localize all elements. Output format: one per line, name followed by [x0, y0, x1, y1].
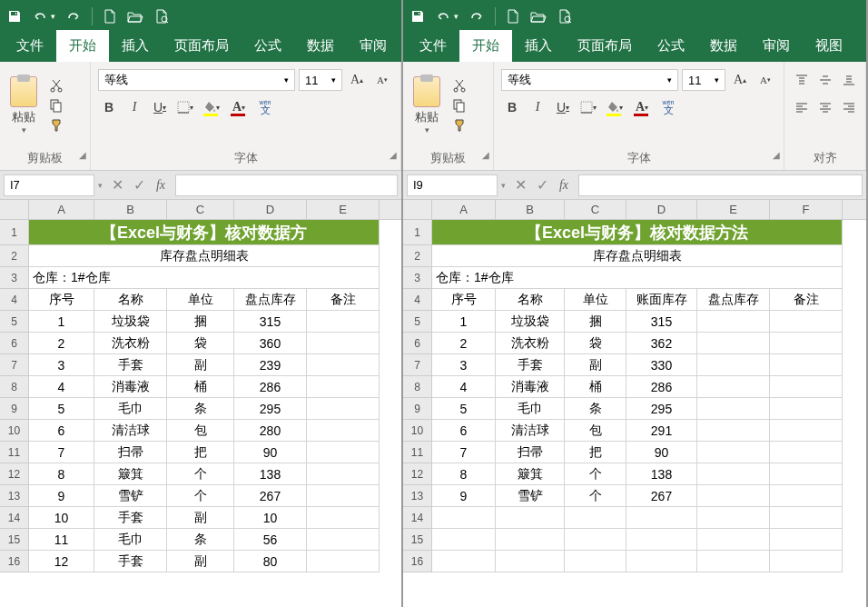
row-header[interactable]: 11: [0, 442, 29, 463]
cell[interactable]: 239: [234, 354, 307, 376]
row-header[interactable]: 12: [403, 463, 432, 485]
cell[interactable]: 洗衣粉: [496, 333, 565, 354]
cell[interactable]: 副: [167, 551, 234, 572]
cell[interactable]: 手套: [94, 551, 167, 572]
cell[interactable]: [770, 463, 843, 485]
cell[interactable]: 条: [167, 529, 234, 551]
cell[interactable]: [307, 485, 380, 507]
cell[interactable]: [307, 354, 380, 376]
cell[interactable]: 袋: [565, 333, 626, 354]
cell[interactable]: 毛巾: [496, 398, 565, 420]
row-header[interactable]: 16: [403, 551, 432, 572]
fill-color-button[interactable]: ▾: [200, 96, 223, 118]
row-header[interactable]: 10: [0, 420, 29, 442]
cell[interactable]: [626, 529, 697, 551]
tab-file[interactable]: 文件: [4, 30, 56, 62]
italic-button[interactable]: I: [123, 96, 145, 118]
row-header[interactable]: 3: [0, 267, 29, 289]
format-painter-icon[interactable]: [47, 116, 65, 134]
cell[interactable]: 毛巾: [94, 529, 167, 551]
cell[interactable]: 10: [29, 507, 94, 529]
column-header[interactable]: C: [565, 200, 626, 219]
cell[interactable]: 手套: [94, 507, 167, 529]
cell[interactable]: [697, 442, 770, 463]
cell[interactable]: 360: [234, 333, 307, 354]
cell[interactable]: 名称: [94, 289, 167, 311]
cell[interactable]: 副: [167, 354, 234, 376]
cell[interactable]: 1: [29, 311, 94, 333]
cell[interactable]: 1: [432, 311, 496, 333]
cell[interactable]: [307, 442, 380, 463]
column-header[interactable]: A: [29, 200, 94, 219]
cell[interactable]: [307, 311, 380, 333]
cell[interactable]: [697, 485, 770, 507]
cell[interactable]: 手套: [94, 354, 167, 376]
align-top-icon[interactable]: [791, 69, 813, 91]
cell[interactable]: 个: [565, 463, 626, 485]
redo-icon[interactable]: [66, 9, 81, 24]
cell[interactable]: [307, 333, 380, 354]
cell[interactable]: 315: [626, 311, 697, 333]
row-header[interactable]: 11: [403, 442, 432, 463]
row-header[interactable]: 9: [0, 398, 29, 420]
row-header[interactable]: 5: [403, 311, 432, 333]
tab-file[interactable]: 文件: [407, 30, 459, 62]
select-all-corner[interactable]: [0, 200, 29, 219]
cell[interactable]: 扫帚: [94, 442, 167, 463]
cell[interactable]: 备注: [307, 289, 380, 311]
format-painter-icon[interactable]: [450, 116, 469, 134]
row-header[interactable]: 6: [403, 333, 432, 354]
cell[interactable]: [697, 507, 770, 529]
cell[interactable]: 362: [626, 333, 697, 354]
cell[interactable]: 备注: [770, 289, 843, 311]
cell[interactable]: 洗衣粉: [94, 333, 167, 354]
save-icon[interactable]: [410, 9, 425, 24]
cell[interactable]: 6: [29, 420, 94, 442]
increase-font-icon[interactable]: A▴: [729, 69, 751, 91]
tab-insert[interactable]: 插入: [109, 30, 162, 62]
copy-icon[interactable]: [450, 96, 469, 114]
save-icon[interactable]: [7, 9, 22, 24]
cell[interactable]: 11: [29, 529, 94, 551]
cell[interactable]: 138: [234, 463, 307, 485]
cell[interactable]: 2: [432, 333, 496, 354]
cell[interactable]: [432, 551, 496, 572]
column-header[interactable]: D: [234, 200, 307, 219]
cell[interactable]: 簸箕: [94, 463, 167, 485]
cell[interactable]: [697, 311, 770, 333]
cell[interactable]: [770, 311, 843, 333]
row-header[interactable]: 10: [403, 420, 432, 442]
row-header[interactable]: 12: [0, 463, 29, 485]
name-box[interactable]: [407, 174, 498, 196]
tab-data[interactable]: 数据: [697, 30, 750, 62]
cell[interactable]: 单位: [565, 289, 626, 311]
phonetic-button[interactable]: wén文: [254, 96, 276, 118]
column-header[interactable]: B: [496, 200, 565, 219]
row-header[interactable]: 15: [0, 529, 29, 551]
cell[interactable]: [770, 485, 843, 507]
grid-body[interactable]: 1【Excel与财务】核对数据方法2库存盘点明细表3仓库：1#仓库4序号名称单位…: [403, 220, 866, 607]
row-header[interactable]: 4: [403, 289, 432, 311]
cell[interactable]: [432, 507, 496, 529]
new-file-icon[interactable]: [507, 9, 519, 24]
cell[interactable]: 序号: [432, 289, 496, 311]
cut-icon[interactable]: [450, 76, 469, 95]
row-header[interactable]: 14: [403, 507, 432, 529]
formula-input[interactable]: [578, 174, 863, 196]
row-header[interactable]: 8: [403, 376, 432, 398]
cell[interactable]: 仓库：1#仓库: [432, 267, 843, 289]
fx-icon[interactable]: fx: [553, 174, 575, 196]
cell[interactable]: 5: [432, 398, 496, 420]
cell[interactable]: [697, 376, 770, 398]
open-folder-icon[interactable]: [530, 10, 547, 23]
cell[interactable]: [626, 507, 697, 529]
cell[interactable]: 5: [29, 398, 94, 420]
row-header[interactable]: 9: [403, 398, 432, 420]
cell[interactable]: 盘点库存: [697, 289, 770, 311]
cell[interactable]: 4: [432, 376, 496, 398]
row-header[interactable]: 15: [403, 529, 432, 551]
italic-button[interactable]: I: [527, 96, 548, 118]
decrease-font-icon[interactable]: A▾: [371, 69, 393, 91]
align-bottom-icon[interactable]: [838, 69, 860, 91]
tab-home[interactable]: 开始: [459, 30, 512, 62]
